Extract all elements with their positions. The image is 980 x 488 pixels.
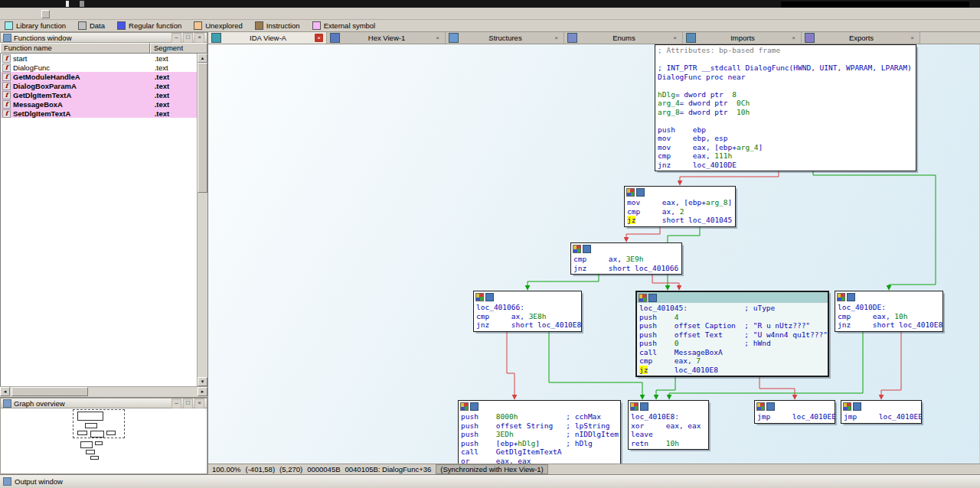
output-window-title: Output window bbox=[15, 477, 63, 486]
function-row[interactable]: fDialogFunc.text bbox=[1, 63, 197, 72]
block-titlebar bbox=[835, 291, 942, 302]
block-group-icon[interactable] bbox=[853, 402, 861, 411]
tab-close-icon[interactable]: × bbox=[552, 34, 560, 42]
code-token: loc_401045: bbox=[639, 304, 688, 312]
scroll-track[interactable] bbox=[198, 63, 207, 377]
code-token: ] bbox=[728, 198, 733, 207]
basic-block-jmp-4010ee-b[interactable]: jmp loc_4010EE bbox=[841, 400, 922, 424]
block-group-icon[interactable] bbox=[640, 402, 648, 411]
code-line: cmp eax, 111h bbox=[658, 151, 913, 161]
function-icon: f bbox=[2, 91, 11, 99]
tab-exports[interactable]: Exports× bbox=[802, 32, 920, 44]
function-icon: f bbox=[2, 109, 11, 118]
block-colors-icon[interactable] bbox=[460, 402, 469, 411]
overview-canvas[interactable] bbox=[0, 408, 207, 474]
function-icon: f bbox=[2, 82, 11, 90]
code-token: cmp ax, bbox=[627, 207, 680, 216]
function-row[interactable]: fstart.text bbox=[1, 54, 197, 63]
block-group-icon[interactable] bbox=[583, 245, 591, 253]
column-header-function-name[interactable]: Function name bbox=[0, 43, 150, 54]
output-window-titlebar[interactable]: Output window bbox=[0, 474, 980, 488]
block-colors-icon[interactable] bbox=[573, 245, 581, 253]
legend-color-swatch bbox=[312, 21, 321, 30]
scroll-thumb[interactable] bbox=[11, 387, 88, 396]
tab-close-icon[interactable]: × bbox=[789, 34, 798, 42]
function-row[interactable]: fGetModuleHandleA.text bbox=[1, 72, 197, 81]
block-group-icon[interactable] bbox=[636, 188, 645, 197]
tab-close-icon[interactable]: × bbox=[433, 34, 442, 42]
window-titlebar[interactable] bbox=[0, 0, 980, 8]
basic-block-cmp-3e9[interactable]: cmp ax, 3E9hjnz short loc_401066 bbox=[570, 242, 682, 275]
function-segment: .text bbox=[155, 109, 197, 118]
block-code: ; Attributes: bp-based frame ; INT_PTR _… bbox=[655, 45, 916, 171]
panel-minimize-button[interactable]: – bbox=[172, 399, 181, 408]
functions-window-titlebar[interactable]: Functions window – □ × bbox=[0, 32, 207, 43]
code-line bbox=[658, 116, 913, 125]
scroll-left-icon[interactable]: ◄ bbox=[0, 387, 10, 396]
tab-close-icon[interactable]: × bbox=[908, 34, 916, 42]
basic-block-loc-4010e8[interactable]: loc_4010E8:xor eax, eaxleaveretn 10h bbox=[628, 400, 709, 450]
functions-horizontal-scrollbar[interactable]: ◄ ► bbox=[0, 386, 207, 397]
basic-block-cmp-wparam-2[interactable]: mov eax, [ebp+arg_8]cmp ax, 2jz short lo… bbox=[624, 186, 736, 227]
tab-close-icon[interactable]: × bbox=[671, 34, 679, 42]
tab-hex-view-1[interactable]: Hex View-1× bbox=[327, 32, 446, 44]
basic-block-getdlgitemtext[interactable]: push 8000h ; cchMaxpush offset String ; … bbox=[458, 400, 621, 464]
code-token: mov ebp, esp bbox=[658, 134, 728, 142]
basic-block-loc-4010de[interactable]: loc_4010DE:cmp eax, 10hjnz short loc_401… bbox=[835, 291, 943, 332]
block-colors-icon[interactable] bbox=[837, 293, 845, 301]
legend-color-swatch bbox=[5, 21, 13, 30]
code-token: 10h bbox=[737, 108, 750, 116]
toolbar-button[interactable] bbox=[41, 10, 50, 18]
block-colors-icon[interactable] bbox=[626, 188, 635, 197]
code-line: arg_8= dword ptr 10h bbox=[658, 108, 913, 117]
column-header-segment[interactable]: Segment bbox=[150, 43, 207, 54]
basic-block-loc-401045[interactable]: loc_401045: ; uTypepush 4push offset Cap… bbox=[635, 291, 829, 377]
block-group-icon[interactable] bbox=[766, 402, 775, 411]
legend-color-swatch bbox=[194, 21, 202, 30]
graph-edge-green bbox=[813, 170, 936, 289]
tab-structures[interactable]: Structures× bbox=[446, 32, 564, 44]
panel-close-button[interactable]: × bbox=[194, 33, 204, 43]
function-row[interactable]: fDialogBoxParamA.text bbox=[1, 81, 197, 90]
function-row[interactable]: fSetDlgItemTextA.text bbox=[1, 109, 197, 118]
basic-block-jmp-4010ee-a[interactable]: jmp loc_4010EE bbox=[754, 400, 835, 424]
scroll-thumb[interactable] bbox=[198, 63, 207, 193]
graph-canvas[interactable]: ; Attributes: bp-based frame ; INT_PTR _… bbox=[208, 44, 979, 464]
scroll-down-icon[interactable]: ▼ bbox=[198, 377, 207, 386]
tab-enums[interactable]: Enums× bbox=[564, 32, 683, 44]
block-group-icon[interactable] bbox=[847, 293, 855, 301]
code-line: jmp loc_4010EE bbox=[844, 412, 919, 421]
graph-overview-titlebar[interactable]: Graph overview – □ × bbox=[0, 398, 207, 408]
current-address: 0040105B: DialogFunc+36 bbox=[345, 465, 432, 473]
scroll-right-icon[interactable]: ► bbox=[198, 387, 207, 396]
function-row[interactable]: fMessageBoxA.text bbox=[1, 99, 197, 109]
block-group-icon[interactable] bbox=[485, 293, 494, 301]
basic-block-loc-401066[interactable]: loc_401066:cmp ax, 3E8hjnz short loc_401… bbox=[473, 291, 582, 332]
tab-imports[interactable]: Imports× bbox=[683, 32, 802, 44]
panel-close-button[interactable]: × bbox=[194, 399, 204, 408]
tab-close-icon[interactable]: × bbox=[315, 34, 323, 42]
block-colors-icon[interactable] bbox=[475, 293, 484, 301]
function-segment: .text bbox=[155, 63, 197, 72]
overview-viewport[interactable] bbox=[73, 409, 125, 438]
functions-vertical-scrollbar[interactable]: ▲ ▼ bbox=[197, 54, 207, 386]
block-colors-icon[interactable] bbox=[843, 402, 851, 411]
panel-minimize-button[interactable]: – bbox=[172, 33, 181, 43]
block-colors-icon[interactable] bbox=[756, 402, 765, 411]
block-group-icon[interactable] bbox=[470, 402, 479, 411]
code-token: = dword ptr bbox=[680, 99, 737, 107]
scroll-track[interactable] bbox=[10, 387, 198, 397]
scroll-up-icon[interactable]: ▲ bbox=[198, 54, 207, 63]
function-row[interactable]: fGetDlgItemTextA.text bbox=[1, 90, 197, 99]
left-dock: Functions window – □ × Function name Seg… bbox=[0, 32, 208, 474]
block-colors-icon[interactable] bbox=[639, 294, 647, 302]
block-colors-icon[interactable] bbox=[630, 402, 639, 411]
tab-ida-view-a[interactable]: IDA View-A× bbox=[208, 32, 327, 44]
graph-edge-red bbox=[881, 330, 901, 399]
panel-float-button[interactable]: □ bbox=[183, 33, 193, 43]
basic-block-entry[interactable]: ; Attributes: bp-based frame ; INT_PTR _… bbox=[655, 44, 916, 171]
block-group-icon[interactable] bbox=[648, 294, 657, 302]
main-toolbar[interactable] bbox=[0, 8, 980, 20]
legend-label: Library function bbox=[16, 21, 66, 30]
panel-float-button[interactable]: □ bbox=[183, 399, 193, 408]
